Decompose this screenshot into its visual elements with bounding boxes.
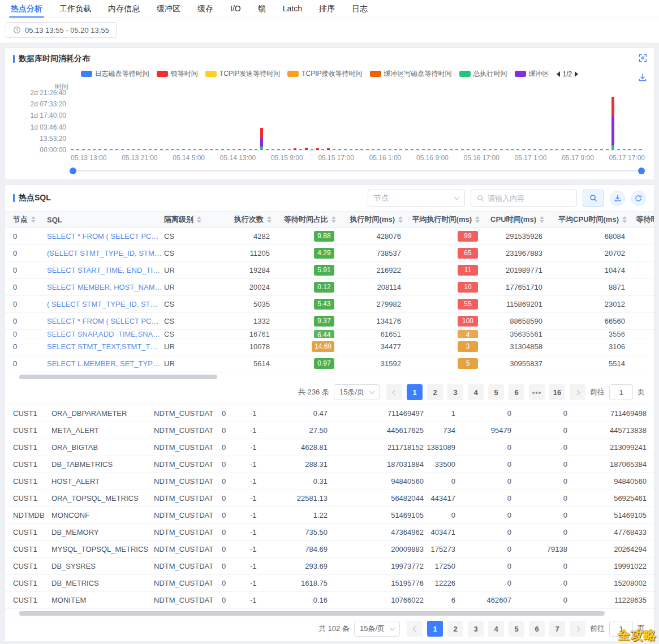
legend-prev-icon[interactable] xyxy=(557,71,560,77)
page-button[interactable]: 2 xyxy=(447,621,463,637)
slider-handle-right[interactable] xyxy=(638,168,645,174)
page-button[interactable]: 7 xyxy=(549,621,565,637)
legend-item[interactable]: TCPIP发送等待时间 xyxy=(205,69,280,79)
nav-tab[interactable]: Latch xyxy=(274,0,311,18)
page-button[interactable]: 4 xyxy=(488,621,504,637)
sql-statement-link[interactable]: SELECT L.MEMBER, SET_TYPE, ... xyxy=(47,359,164,368)
column-header[interactable]: 等待时间占比 xyxy=(272,214,336,225)
page-size-select[interactable]: 15条/页 xyxy=(354,621,400,637)
page-button[interactable]: 6 xyxy=(509,384,524,400)
avg-exec-time-badge: 65 xyxy=(458,248,478,259)
page-button[interactable]: 6 xyxy=(529,621,545,637)
column-header[interactable]: 等待时间(ms) xyxy=(627,214,654,225)
legend-item[interactable]: TCPIP接收等待时间 xyxy=(287,69,362,79)
search-button[interactable] xyxy=(583,190,604,207)
legend-label: TCPIP接收等待时间 xyxy=(301,69,362,79)
sql-table-row: 0SELECT STMT_TEXT,STMT_TYP...UR1007814.6… xyxy=(5,338,654,355)
page-button[interactable]: 5 xyxy=(509,621,524,637)
cell-avg-cpu-time: 5514 xyxy=(544,359,627,368)
sort-icon[interactable] xyxy=(622,216,627,223)
page-ellipsis[interactable]: ••• xyxy=(529,384,545,400)
sql-statement-link[interactable]: SELECT STMT_TEXT,STMT_TYP... xyxy=(47,342,164,351)
legend-item[interactable]: 缓冲区写磁盘等待时间 xyxy=(370,69,452,79)
date-range-picker[interactable]: 05.13 13:55 - 05.20 13:55 xyxy=(6,22,117,38)
nav-tab[interactable]: I/O xyxy=(222,0,249,18)
next-page-button[interactable] xyxy=(570,384,585,400)
cell: 0 xyxy=(513,409,569,418)
sql-statement-link[interactable]: (SELECT STMT_TYPE_ID, STMT_... xyxy=(47,249,164,257)
refresh-button[interactable] xyxy=(631,191,646,206)
cell-exec-count: 1332 xyxy=(221,317,272,325)
search-input[interactable] xyxy=(488,194,571,203)
prev-page-button[interactable] xyxy=(407,621,423,637)
nav-tab[interactable]: 锁 xyxy=(249,0,274,18)
slider-handle-left[interactable] xyxy=(70,168,76,174)
legend-next-icon[interactable] xyxy=(575,71,578,77)
nav-tab[interactable]: 缓冲区 xyxy=(148,0,189,18)
column-header[interactable]: 执行时间(ms) xyxy=(336,214,403,225)
page-size-select[interactable]: 15条/页 xyxy=(334,384,380,400)
sort-icon[interactable] xyxy=(197,216,201,223)
next-page-button[interactable] xyxy=(570,621,585,637)
sql-horizontal-scrollbar[interactable] xyxy=(13,374,646,380)
legend-item[interactable]: 锁等时间 xyxy=(157,69,198,79)
nav-tab[interactable]: 热点分析 xyxy=(2,0,51,18)
search-icon xyxy=(477,195,484,202)
chart-bar xyxy=(205,149,208,150)
cell: CUST1 xyxy=(13,426,51,435)
sort-icon[interactable] xyxy=(475,216,480,223)
column-header[interactable]: 平均CPU时间(ms) xyxy=(544,214,627,225)
sort-icon[interactable] xyxy=(31,216,36,223)
nav-tab[interactable]: 工作负载 xyxy=(51,0,100,18)
scrollbar-thumb[interactable] xyxy=(19,611,605,616)
cell: -1 xyxy=(250,477,277,486)
cell: 4628.81 xyxy=(277,443,329,452)
goto-page-input[interactable] xyxy=(609,384,633,400)
node-filter-select[interactable]: 节点 xyxy=(368,190,465,207)
page-button[interactable]: 1 xyxy=(427,621,443,637)
nav-tab[interactable]: 缓存 xyxy=(189,0,222,18)
nav-tab[interactable]: 排序 xyxy=(311,0,343,18)
cell: 0 xyxy=(457,528,513,536)
nav-tab[interactable]: 内存信息 xyxy=(100,0,148,18)
legend-item[interactable]: 缓冲区 xyxy=(515,69,549,79)
download-button[interactable] xyxy=(610,191,625,206)
page-button[interactable]: 2 xyxy=(427,384,443,400)
column-header[interactable]: CPU时间(ms) xyxy=(480,214,544,225)
legend-item[interactable]: 总执行时间 xyxy=(459,69,507,79)
page-button[interactable]: 3 xyxy=(447,384,463,400)
page-button[interactable]: 16 xyxy=(549,384,565,400)
sql-statement-link[interactable]: ( SELECT STMT_TYPE_ID, STMT... xyxy=(47,300,164,308)
total-count: 共 102 条 xyxy=(318,624,350,634)
sort-icon[interactable] xyxy=(267,216,272,223)
chart-bar xyxy=(511,149,514,150)
column-header[interactable]: 隔离级别 xyxy=(164,214,221,225)
column-header[interactable]: 平均执行时间(ms) xyxy=(403,214,480,225)
sql-statement-link[interactable]: SELECT * FROM ( SELECT PCS.S... xyxy=(47,317,164,325)
fullscreen-icon[interactable] xyxy=(639,54,647,62)
page-button[interactable]: 3 xyxy=(468,621,484,637)
hot-table-horizontal-scrollbar[interactable] xyxy=(13,611,646,616)
page-button[interactable]: 4 xyxy=(468,384,484,400)
sql-statement-link[interactable]: SELECT MEMBER, HOST_NAME... xyxy=(47,283,164,291)
column-header-label: 平均执行时间(ms) xyxy=(412,214,472,225)
cell: 175273 xyxy=(425,545,457,553)
legend-item[interactable]: 日志磁盘等待时间 xyxy=(81,69,149,79)
chart-bar xyxy=(389,149,391,150)
sql-statement-link[interactable]: SELECT START_TIME, END_TIM... xyxy=(47,266,164,274)
sql-statement-link[interactable]: SELECT SNAP,ADD_TIME,SNAP... xyxy=(47,330,164,338)
sort-icon[interactable] xyxy=(331,216,336,223)
nav-tab[interactable]: 日志 xyxy=(343,0,376,18)
column-header[interactable]: 执行次数 xyxy=(221,214,272,225)
sort-icon[interactable] xyxy=(540,216,544,223)
cell: 0 xyxy=(457,494,513,503)
column-header[interactable]: 节点 xyxy=(13,214,47,225)
page-button[interactable]: 5 xyxy=(488,384,504,400)
page-button[interactable]: 1 xyxy=(407,384,423,400)
time-range-slider[interactable] xyxy=(71,167,644,175)
sort-icon[interactable] xyxy=(398,216,403,223)
chart-bar xyxy=(561,149,564,150)
prev-page-button[interactable] xyxy=(386,384,402,400)
sql-statement-link[interactable]: SELECT * FROM ( SELECT PCS.S... xyxy=(47,232,164,241)
scrollbar-thumb[interactable] xyxy=(19,375,217,379)
